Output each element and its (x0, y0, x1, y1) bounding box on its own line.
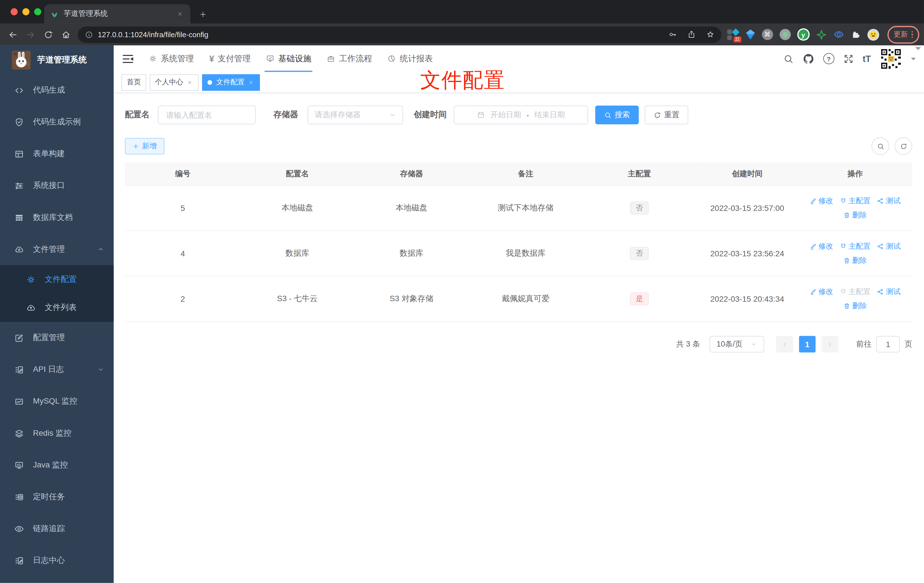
sidebar-item-redis-monitor[interactable]: Redis 监控 (0, 417, 114, 449)
tag-home[interactable]: 首页 (122, 74, 146, 91)
topnav-payment-management[interactable]: ¥ 支付管理 (201, 45, 258, 72)
extension-grey-green-icon[interactable] (779, 29, 790, 40)
file-config-table: 编号 配置名 存储器 备注 主配置 创建时间 操作 5 本地磁盘 (125, 163, 912, 322)
sidebar-item-trace[interactable]: 链路追踪 (0, 513, 114, 545)
page-suffix: 页 (904, 339, 912, 349)
share-icon (877, 198, 884, 205)
sidebar-item-api-log[interactable]: API 日志 (0, 353, 114, 385)
url-text[interactable]: 127.0.0.1:1024/infra/file/file-config (98, 30, 661, 39)
extension-password-manager-icon[interactable]: 11 (727, 29, 739, 41)
sidebar-item-file-list[interactable]: 文件列表 (0, 294, 114, 322)
topnav-workflow[interactable]: 工作流程 (319, 45, 380, 72)
app-logo-row[interactable]: 芋道管理系统 (0, 45, 114, 74)
sidebar-item-code-generation[interactable]: 代码生成 (0, 74, 114, 106)
edit-action[interactable]: 修改 (810, 287, 833, 297)
sidebar-item-scheduled-task[interactable]: 定时任务 (0, 481, 114, 513)
sidebar-item-log-center[interactable]: 日志中心 (0, 545, 114, 576)
reset-button[interactable]: 重置 (645, 106, 688, 124)
test-action[interactable]: 测试 (877, 196, 901, 206)
file-management-submenu: 文件配置 文件列表 (0, 265, 114, 322)
table-search-toggle-button[interactable] (871, 137, 889, 155)
edit-action[interactable]: 修改 (810, 241, 833, 251)
tag-file-config[interactable]: 文件配置 (202, 74, 260, 91)
extension-green-star-icon[interactable] (816, 29, 827, 40)
sidebar-collapse-icon[interactable] (121, 52, 135, 66)
scrollbar-caret-icon (915, 47, 921, 53)
table-refresh-button[interactable] (894, 137, 912, 155)
share-icon[interactable] (685, 28, 699, 42)
edit-action[interactable]: 修改 (810, 196, 833, 206)
sidebar: 芋道管理系统 代码生成 代码生成示例 表单构建 系统接口 数据库文档 (0, 45, 114, 583)
layers-icon (14, 428, 24, 438)
maximize-window-button[interactable] (34, 8, 41, 15)
extension-command-icon[interactable]: ⌘ (762, 29, 773, 40)
search-button[interactable]: 搜索 (595, 106, 639, 124)
github-icon[interactable] (802, 53, 815, 65)
chevron-down-icon (750, 340, 757, 348)
extension-emoji-icon[interactable] (867, 29, 879, 41)
forward-icon[interactable] (22, 26, 39, 43)
topnav-infrastructure[interactable]: 基础设施 (258, 45, 319, 72)
extensions-area: 11 ⌘ y (727, 28, 879, 41)
user-avatar-qr[interactable] (880, 48, 902, 70)
help-icon[interactable]: ? (823, 53, 834, 64)
user-menu-caret-icon[interactable] (911, 57, 916, 62)
goto-page-input[interactable] (877, 339, 899, 349)
master-action[interactable]: 主配置 (840, 241, 871, 251)
date-range-picker[interactable]: 开始日期 - 结束日期 (454, 106, 588, 124)
extension-gem-icon[interactable] (745, 29, 755, 40)
tag-profile[interactable]: 个人中心 (150, 74, 198, 91)
bookmark-star-icon[interactable] (703, 28, 718, 42)
close-window-button[interactable] (10, 8, 18, 15)
sidebar-item-java-monitor[interactable]: Java 监控 (0, 449, 114, 481)
home-icon[interactable] (58, 26, 74, 43)
extensions-puzzle-icon[interactable] (850, 30, 860, 40)
prev-page-button[interactable] (776, 336, 793, 352)
password-key-icon[interactable] (665, 28, 680, 42)
browser-update-button[interactable]: 更新 (887, 26, 919, 43)
close-icon[interactable] (186, 79, 193, 86)
font-size-icon[interactable]: tT (863, 54, 871, 64)
master-action[interactable]: 主配置 (840, 196, 871, 206)
window-controls[interactable] (10, 8, 41, 15)
address-bar[interactable]: 127.0.0.1:1024/infra/file/file-config (78, 26, 721, 43)
sidebar-item-file-config[interactable]: 文件配置 (0, 265, 114, 294)
sidebar-item-db-doc[interactable]: 数据库文档 (0, 201, 114, 233)
current-page[interactable]: 1 (799, 336, 815, 352)
storage-select[interactable]: 请选择存储器 (308, 106, 403, 124)
new-tab-button[interactable] (195, 7, 210, 22)
next-page-button[interactable] (822, 336, 838, 352)
topnav-system-management[interactable]: 系统管理 (141, 45, 201, 72)
reload-icon[interactable] (40, 26, 56, 43)
page-size-select[interactable]: 10条/页 (710, 336, 764, 352)
browser-tab[interactable]: 芋道管理系统 (44, 4, 190, 24)
test-action[interactable]: 测试 (877, 241, 901, 251)
fullscreen-icon[interactable] (843, 53, 854, 64)
sidebar-item-file-management[interactable]: 文件管理 (0, 233, 114, 265)
site-info-icon[interactable] (85, 30, 93, 39)
config-name-input[interactable] (165, 110, 249, 120)
close-icon[interactable] (248, 79, 254, 86)
sidebar-item-form-builder[interactable]: 表单构建 (0, 138, 114, 170)
delete-action[interactable]: 删除 (843, 256, 867, 265)
extension-y-icon[interactable]: y (797, 28, 809, 41)
sidebar-item-mysql-monitor[interactable]: MySQL 监控 (0, 385, 114, 417)
log-document-icon (14, 365, 24, 374)
minimize-window-button[interactable] (22, 8, 30, 15)
topnav-report[interactable]: 统计报表 (380, 45, 441, 72)
tab-close-icon[interactable] (175, 9, 185, 18)
browser-menu-icon[interactable] (911, 31, 912, 38)
add-button[interactable]: 新增 (125, 138, 164, 154)
sidebar-item-code-gen-example[interactable]: 代码生成示例 (0, 106, 114, 138)
search-icon[interactable] (783, 53, 794, 64)
delete-action[interactable]: 删除 (843, 210, 867, 220)
config-name-label: 配置名 (125, 109, 150, 120)
sidebar-item-system-api[interactable]: 系统接口 (0, 170, 114, 201)
table-row: 4 数据库 数据库 我是数据库 否 2022-03-15 23:56:24 修改… (125, 231, 912, 276)
extension-eye-icon[interactable] (833, 29, 844, 40)
sidebar-item-config-management[interactable]: 配置管理 (0, 322, 114, 353)
delete-action[interactable]: 删除 (843, 301, 867, 311)
back-icon[interactable] (5, 26, 21, 43)
chevron-up-icon (97, 246, 104, 253)
test-action[interactable]: 测试 (877, 287, 901, 297)
